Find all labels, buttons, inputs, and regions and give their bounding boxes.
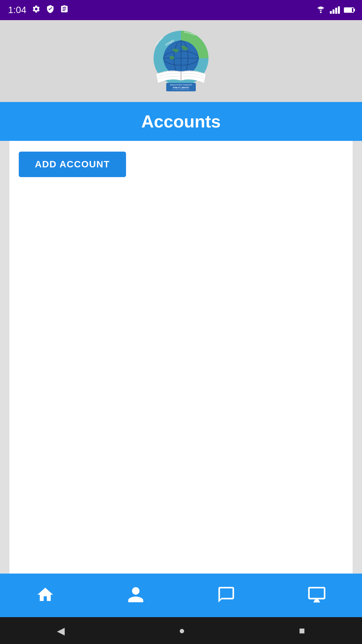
status-bar-right [316, 6, 354, 14]
nav-messages[interactable] [181, 574, 272, 617]
android-recent-button[interactable]: ■ [299, 625, 305, 636]
clipboard-icon [60, 5, 69, 15]
person-icon [126, 585, 145, 605]
android-nav: ◀ ● ■ [0, 617, 362, 644]
nav-accounts[interactable] [90, 574, 181, 617]
add-account-button[interactable]: ADD ACCOUNT [19, 152, 126, 177]
svg-text:MIDDLETOWN TOWNSHIP: MIDDLETOWN TOWNSHIP [170, 84, 192, 86]
nav-home[interactable] [0, 574, 90, 617]
svg-text:PUBLIC LIBRARY: PUBLIC LIBRARY [173, 87, 189, 89]
main-content: ADD ACCOUNT [9, 141, 353, 574]
logo-container: MIDDLETOWN TOWNSHIP PUBLIC LIBRARY EST. … [144, 28, 218, 95]
svg-text:EST. 1921 • WWW.MTPL.ORG: EST. 1921 • WWW.MTPL.ORG [173, 89, 190, 90]
battery-icon [344, 7, 354, 13]
android-home-button[interactable]: ● [179, 625, 185, 636]
status-time: 1:04 [8, 5, 26, 15]
wifi-icon [316, 6, 326, 14]
status-bar-left: 1:04 [8, 5, 69, 15]
library-logo: MIDDLETOWN TOWNSHIP PUBLIC LIBRARY EST. … [146, 30, 216, 94]
page-title: Accounts [141, 111, 221, 131]
nav-catalog[interactable] [272, 574, 362, 617]
page-title-bar: Accounts [0, 102, 362, 141]
shield-play-icon [46, 5, 55, 15]
bottom-nav [0, 574, 362, 617]
android-back-button[interactable]: ◀ [57, 625, 65, 637]
home-icon [36, 585, 55, 605]
chat-icon [217, 585, 236, 605]
status-bar: 1:04 [0, 0, 362, 20]
signal-icon [330, 6, 340, 14]
header: MIDDLETOWN TOWNSHIP PUBLIC LIBRARY EST. … [0, 20, 362, 102]
monitor-icon [307, 585, 326, 605]
settings-icon [32, 5, 41, 15]
